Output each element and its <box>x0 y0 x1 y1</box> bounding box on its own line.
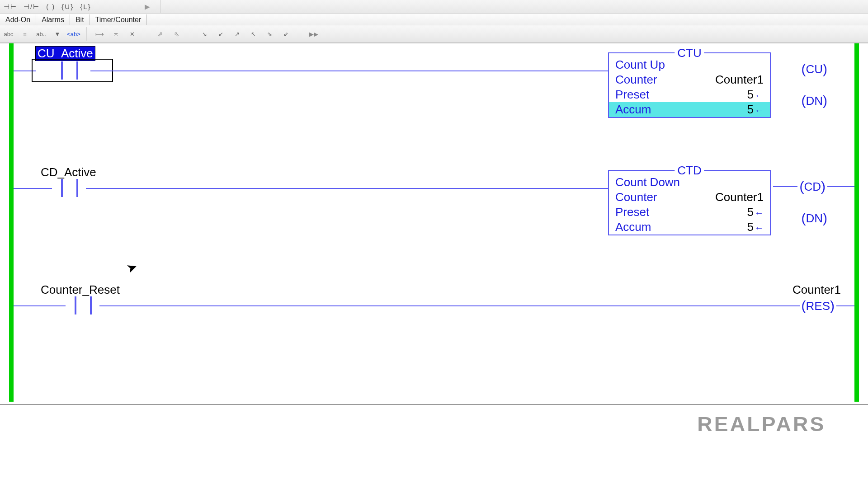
tool-j-icon[interactable]: ⇘ <box>264 28 275 40</box>
ctu-title: CTU <box>675 46 704 60</box>
cu-output-coil[interactable]: (CU) <box>801 61 827 77</box>
glyph-otu[interactable]: {U} <box>61 3 74 10</box>
ctu-accum-value[interactable]: 5← <box>747 103 764 117</box>
tab-alarms[interactable]: Alarms <box>36 14 70 25</box>
ctd-name: Count Down <box>615 175 680 189</box>
contact-label-cd-active[interactable]: CD_Active <box>41 165 96 179</box>
ctu-name: Count Up <box>615 58 665 72</box>
tool-e-icon[interactable]: ⬁ <box>170 28 182 40</box>
wire <box>86 188 608 189</box>
expand-arrow-icon[interactable]: ▶ <box>145 3 151 11</box>
tool-i-icon[interactable]: ↖ <box>247 28 259 40</box>
wire <box>14 70 36 71</box>
res-output-coil[interactable]: (RES) <box>800 298 836 314</box>
glyph-ote[interactable]: ( ) <box>46 3 55 10</box>
rung-ctu[interactable]: CU_Active CTU Count Up Counter Counter1 <box>14 43 854 161</box>
tab-bit[interactable]: Bit <box>70 14 90 25</box>
ctd-counter-value[interactable]: Counter1 <box>715 190 764 204</box>
dn2-output-bg2 <box>841 211 854 224</box>
ctu-preset-value[interactable]: 5← <box>747 88 764 102</box>
ctu-preset-label: Preset <box>615 88 649 102</box>
tool-h-icon[interactable]: ↗ <box>231 28 243 40</box>
wire <box>14 305 66 306</box>
ctd-counter-label: Counter <box>615 190 657 204</box>
watermark-logo: REALPARS <box>697 413 826 436</box>
ctd-accum-value[interactable]: 5← <box>747 220 764 234</box>
instruction-tabs[interactable]: Add-On Alarms Bit Timer/Counter <box>0 14 868 25</box>
dn1-output-coil[interactable]: (DN) <box>801 93 827 108</box>
dn1-output-bg2 <box>841 94 854 107</box>
tool-tag-icon[interactable]: <ab> <box>68 28 80 40</box>
tool-d-icon[interactable]: ⬀ <box>154 28 166 40</box>
rung-ctd[interactable]: CD_Active CTD Count Down Counter Counter… <box>14 161 854 278</box>
right-power-rail <box>854 43 859 402</box>
glyph-otl[interactable]: {L} <box>80 3 91 10</box>
rung-res[interactable]: Counter_Reset Counter1 (RES) <box>14 278 854 360</box>
edit-toolbar[interactable]: abc ≡ ab.. ▼ <ab> ⟼ ≍ ✕ ⬀ ⬁ ↘ ↙ ↗ ↖ ⇘ ⇙ … <box>0 25 868 43</box>
dn2-output-bg3 <box>772 211 791 224</box>
wire <box>90 70 608 71</box>
ctu-counter-value[interactable]: Counter1 <box>715 73 764 87</box>
ctu-instruction-block[interactable]: CTU Count Up Counter Counter1 Preset 5← … <box>608 52 771 118</box>
tab-addon[interactable]: Add-On <box>0 14 36 25</box>
tool-run-icon[interactable]: ▶▶ <box>308 28 320 40</box>
contact-label-counter-reset[interactable]: Counter_Reset <box>41 283 120 297</box>
ladder-editor[interactable]: CU_Active CTU Count Up Counter Counter1 <box>0 43 868 405</box>
tool-eq-icon[interactable]: ≡ <box>19 28 31 40</box>
tool-ab-icon[interactable]: ab.. <box>35 28 47 40</box>
tool-a-icon[interactable]: ⟼ <box>94 28 105 40</box>
tool-b-icon[interactable]: ≍ <box>110 28 122 40</box>
ctd-preset-label: Preset <box>615 205 649 219</box>
ctd-accum-label: Accum <box>615 220 651 234</box>
ctu-counter-label: Counter <box>615 73 657 87</box>
tool-k-icon[interactable]: ⇙ <box>280 28 292 40</box>
ctd-title: CTD <box>675 164 704 178</box>
dn2-output-coil[interactable]: (DN) <box>801 211 827 226</box>
dn1-output-bg3 <box>772 94 791 107</box>
wire <box>99 305 854 306</box>
glyph-xic[interactable]: ⊣⊢ <box>4 3 17 11</box>
tool-c-icon[interactable]: ✕ <box>126 28 138 40</box>
glyph-xio[interactable]: ⊣/⊢ <box>24 3 40 11</box>
ctd-preset-value[interactable]: 5← <box>747 205 764 219</box>
wire <box>14 188 52 189</box>
cd-output-coil[interactable]: (CD) <box>797 179 827 194</box>
element-toolbar[interactable]: ⊣⊢ ⊣/⊢ ( ) {U} {L} ▶ <box>0 0 868 14</box>
left-power-rail <box>9 43 14 402</box>
tool-f-icon[interactable]: ↘ <box>198 28 210 40</box>
res-target-label: Counter1 <box>793 283 841 297</box>
tab-timer[interactable]: Timer/Counter <box>90 14 147 25</box>
ctu-accum-label: Accum <box>615 103 651 117</box>
ctd-instruction-block[interactable]: CTD Count Down Counter Counter1 Preset 5… <box>608 170 771 235</box>
tool-drop-icon[interactable]: ▼ <box>52 28 63 40</box>
contact-label-cu-active[interactable]: CU_Active <box>35 46 95 61</box>
tool-abc-icon[interactable]: abc <box>3 28 14 40</box>
tool-g-icon[interactable]: ↙ <box>215 28 226 40</box>
